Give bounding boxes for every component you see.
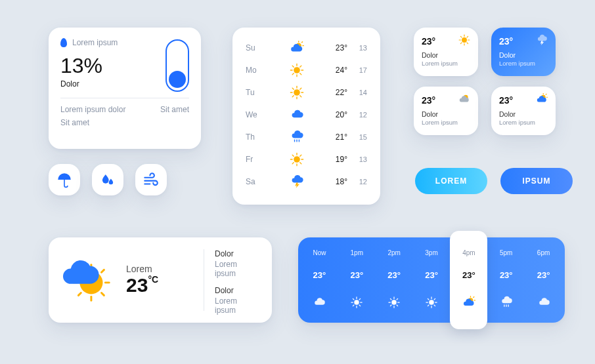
mini-card-4[interactable]: 23° Dolor Lorem ipsum <box>491 87 556 135</box>
low-temp: 12 <box>351 178 367 186</box>
low-temp: 12 <box>351 111 367 119</box>
sunny-icon <box>458 34 470 49</box>
mini-temp: 23° <box>499 95 513 106</box>
droplet-icon <box>60 38 67 47</box>
humidity-header-text: Lorem ipsum <box>72 38 118 47</box>
sunny-icon <box>265 85 328 100</box>
current-v2: Lorem ipsum <box>215 296 257 315</box>
low-temp: 15 <box>351 133 367 141</box>
weekly-row[interactable]: Th 21° 15 <box>246 126 367 148</box>
hour-label: Now <box>313 249 326 256</box>
mini-line2: Lorem ipsum <box>499 60 548 67</box>
low-temp: 17 <box>351 66 367 74</box>
mini-line2: Lorem ipsum <box>422 119 470 126</box>
current-temp: 23°C <box>126 274 192 296</box>
tile-raindrops[interactable] <box>92 164 123 195</box>
mini-line1: Dolor <box>422 110 470 118</box>
high-temp: 21° <box>328 132 347 142</box>
cloudg-icon <box>537 294 550 311</box>
hour-label: 5pm <box>500 249 512 256</box>
current-k2: Dolor <box>215 286 257 295</box>
hour-temp: 23° <box>462 270 475 280</box>
mini-line2: Lorem ipsum <box>499 119 548 126</box>
hour-label: 2pm <box>387 249 400 256</box>
weekly-row[interactable]: Mo 24° 17 <box>246 59 367 81</box>
current-weather-card: Lorem 23°C Dolor Lorem ipsum Dolor Lorem… <box>49 237 272 323</box>
hour-label: 4pm <box>462 249 475 256</box>
humidity-line1-left: Lorem ipsum dolor <box>60 105 125 114</box>
hour-slot[interactable]: Now 23° <box>301 247 338 313</box>
hour-slot[interactable]: 5pm 23° <box>487 247 525 313</box>
high-temp: 24° <box>328 66 347 75</box>
hour-temp: 23° <box>387 270 401 280</box>
lorem-button[interactable]: LOREM <box>415 168 487 194</box>
mini-card-2[interactable]: 23° Dolor Lorem ipsum <box>491 28 556 76</box>
high-temp: 22° <box>328 88 347 97</box>
hour-temp: 23° <box>425 270 438 280</box>
current-weather-icon <box>63 249 114 311</box>
humidity-card: Lorem ipsum 13% Dolor Lorem ipsum dolor … <box>49 28 201 149</box>
high-temp: 23° <box>328 43 347 52</box>
divider <box>60 98 189 98</box>
weekly-row[interactable]: Sa 18° 12 <box>246 171 367 193</box>
weekday-label: Fr <box>246 155 265 164</box>
current-v1: Lorem ipsum <box>215 260 257 278</box>
hour-slot[interactable]: 4pm 23° <box>450 247 487 313</box>
mini-temp: 23° <box>422 36 435 47</box>
tile-wind[interactable] <box>135 164 167 195</box>
mini-temp: 23° <box>422 95 435 106</box>
hourly-forecast[interactable]: Now 23° 1pm 23° 2pm 23° 3pm 23° 4pm 23° … <box>298 237 565 323</box>
weekday-label: Th <box>246 132 265 142</box>
hour-slot[interactable]: 2pm 23° <box>376 247 413 313</box>
low-temp: 13 <box>351 155 367 163</box>
high-temp: 19° <box>328 155 347 164</box>
hour-temp: 23° <box>500 270 513 280</box>
low-temp: 13 <box>351 44 367 52</box>
sunw-icon <box>425 294 438 311</box>
storm-white-icon <box>536 34 548 49</box>
raindrops-icon <box>99 171 116 188</box>
hour-slot[interactable]: 3pm 23° <box>413 247 451 313</box>
mini-line1: Dolor <box>499 51 548 59</box>
partly-icon <box>536 93 548 108</box>
high-temp: 20° <box>328 110 347 119</box>
humidity-line2: Sit amet <box>60 118 189 127</box>
hour-temp: 23° <box>313 270 326 280</box>
weekly-row[interactable]: Su 23° 13 <box>246 37 367 59</box>
current-label: Lorem <box>126 264 192 274</box>
humidity-toggle[interactable] <box>165 39 189 92</box>
weekday-label: Su <box>246 43 265 52</box>
storm-icon <box>265 174 328 189</box>
mini-temp: 23° <box>499 36 513 47</box>
wind-icon <box>143 171 160 188</box>
weekday-label: Mo <box>246 66 265 75</box>
weekly-row[interactable]: We 20° 12 <box>246 104 367 126</box>
sunw-icon <box>350 294 363 311</box>
tile-umbrella[interactable] <box>49 164 80 195</box>
weekly-row[interactable]: Fr 19° 13 <box>246 148 367 171</box>
partly-icon <box>265 41 328 55</box>
sunny-icon <box>265 63 328 77</box>
mini-line2: Lorem ipsum <box>422 60 470 67</box>
hour-slot[interactable]: 6pm 23° <box>525 247 562 313</box>
hour-label: 1pm <box>351 249 363 256</box>
hour-label: 6pm <box>537 249 550 256</box>
sunny-icon <box>265 152 328 167</box>
hour-slot[interactable]: 1pm 23° <box>338 247 376 313</box>
partly-icon <box>462 294 475 311</box>
ipsum-button[interactable]: IPSUM <box>500 168 573 194</box>
sunw-icon <box>387 294 401 311</box>
high-temp: 18° <box>328 177 347 186</box>
partly-grey-icon <box>458 93 470 108</box>
cloudy-icon <box>265 108 328 122</box>
weekly-forecast: Su 23° 13 Mo 24° 17 Tu 22° 14 We 20° 12 … <box>232 28 380 205</box>
mini-card-3[interactable]: 23° Dolor Lorem ipsum <box>414 87 478 135</box>
mini-line1: Dolor <box>499 110 548 118</box>
rain-icon <box>265 130 328 144</box>
low-temp: 14 <box>351 89 367 96</box>
mini-card-1[interactable]: 23° Dolor Lorem ipsum <box>414 28 478 76</box>
partly-cloudy-icon <box>63 256 114 304</box>
current-k1: Dolor <box>215 249 257 258</box>
weekly-row[interactable]: Tu 22° 14 <box>246 81 367 104</box>
weekday-label: Tu <box>246 88 265 97</box>
